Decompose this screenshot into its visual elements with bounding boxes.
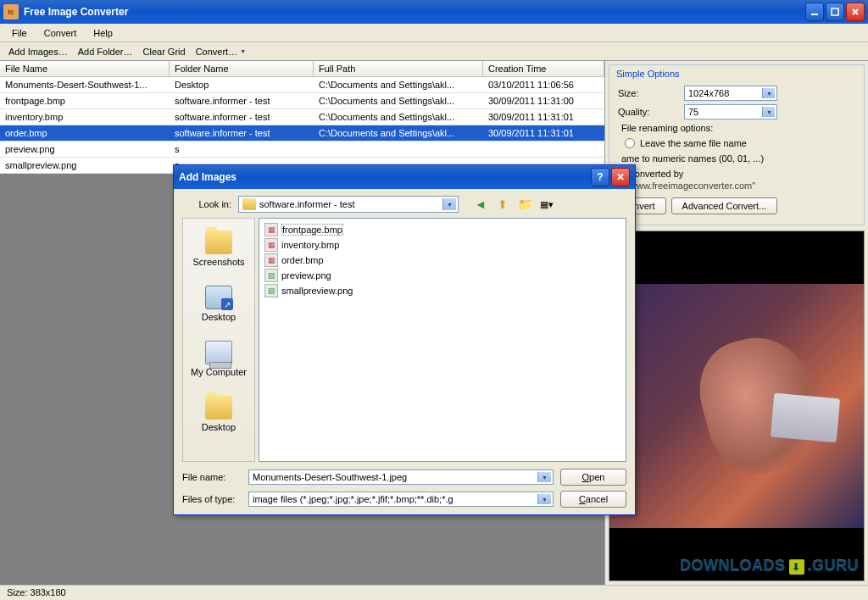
minimize-button[interactable]: [805, 3, 824, 21]
back-icon[interactable]: ◄: [472, 196, 489, 213]
lookin-select[interactable]: software.informer - test ▼: [238, 196, 459, 213]
dialog-help-button[interactable]: ?: [591, 168, 609, 186]
open-button[interactable]: Open: [560, 469, 626, 486]
place-mycomputer[interactable]: My Computer: [187, 337, 250, 381]
file-item[interactable]: ▦inventory.bmp: [263, 237, 622, 253]
cell-folder-name: s: [170, 142, 314, 157]
advanced-convert-button[interactable]: Advanced Convert...: [671, 197, 778, 214]
cell-full-path: C:\Documents and Settings\akl...: [314, 93, 483, 108]
bmp-file-icon: ▦: [264, 253, 278, 267]
cell-creation-time: 30/09/2011 11:31:01: [483, 109, 604, 125]
tool-add-images[interactable]: Add Images…: [3, 44, 73, 59]
cell-folder-name: software.informer - test: [170, 109, 314, 125]
table-row[interactable]: order.bmpsoftware.informer - testC:\Docu…: [0, 125, 604, 142]
status-bar: Size: 383x180: [0, 585, 868, 600]
file-name: order.bmp: [281, 255, 324, 265]
cell-file-name: smallpreview.png: [0, 158, 170, 173]
watermark-text1: DOWNLOADS: [680, 558, 786, 575]
filename-label: File name:: [182, 472, 242, 482]
file-item[interactable]: ▦order.bmp: [263, 253, 622, 268]
dialog-close-button[interactable]: ✕: [611, 168, 630, 186]
desktop-icon: [205, 286, 232, 309]
file-item[interactable]: ▨preview.png: [263, 268, 622, 283]
dialog-title-bar[interactable]: Add Images ? ✕: [174, 165, 635, 189]
quality-label: Quality:: [618, 107, 677, 117]
radio-same-label: Leave the same file name: [640, 138, 747, 148]
cell-creation-time: 03/10/2011 11:06:56: [483, 77, 604, 92]
cell-folder-name: software.informer - test: [170, 93, 314, 108]
dropdown-arrow-icon[interactable]: ▼: [442, 198, 456, 210]
simple-options-panel: Simple Options Size: 1024x768 Quality: 7…: [609, 64, 865, 225]
file-name: inventory.bmp: [281, 240, 339, 250]
place-label: Desktop: [202, 312, 236, 322]
app-icon: Ic: [3, 4, 19, 19]
table-row[interactable]: Monuments-Desert-Southwest-1...DesktopC:…: [0, 77, 604, 93]
close-button[interactable]: [846, 3, 865, 21]
filetype-value: image files (*.jpeg;*.jpg;*.jpe;*.jfif;*…: [253, 494, 453, 504]
lookin-label: Look in:: [182, 199, 231, 209]
grid-header: File Name Folder Name Full Path Creation…: [0, 61, 604, 77]
status-size: Size: 383x180: [7, 587, 66, 597]
tool-clear-grid[interactable]: Clear Grid: [138, 44, 191, 59]
cell-folder-name: Desktop: [170, 77, 314, 92]
options-title: Simple Options: [613, 69, 860, 82]
title-bar: Ic Free Image Converter: [0, 0, 868, 24]
png-file-icon: ▨: [264, 269, 278, 282]
place-label: Screenshots: [192, 257, 244, 267]
rename-label: File renaming options:: [621, 123, 852, 133]
cell-full-path: C:\Documents and Settings\akl...: [314, 125, 483, 141]
dropdown-arrow-icon[interactable]: ▼: [537, 472, 551, 482]
watermark: DOWNLOADS ⬇ .GURU: [680, 558, 859, 575]
filetype-label: Files of type:: [182, 494, 242, 504]
folder-icon: [242, 198, 256, 210]
col-full-path[interactable]: Full Path: [314, 61, 483, 76]
place-screenshots[interactable]: Screenshots: [189, 227, 248, 270]
menu-help[interactable]: Help: [85, 25, 121, 41]
preview-area: DOWNLOADS ⬇ .GURU: [609, 231, 865, 581]
up-icon[interactable]: ⬆: [494, 196, 511, 213]
maximize-button[interactable]: [826, 3, 844, 21]
table-row[interactable]: inventory.bmpsoftware.informer - testC:\…: [0, 109, 604, 125]
dropdown-arrow-icon: ▼: [240, 48, 246, 54]
size-select[interactable]: 1024x768: [684, 86, 777, 101]
size-label: Size:: [618, 88, 677, 98]
cell-full-path: C:\Documents and Settings\akl...: [314, 109, 483, 125]
table-row[interactable]: preview.pngs: [0, 142, 604, 158]
table-row[interactable]: frontpage.bmpsoftware.informer - testC:\…: [0, 93, 604, 109]
radio-numeric-label: ame to numeric names (00, 01, ...): [621, 153, 852, 164]
place-desktop2[interactable]: Desktop: [198, 392, 239, 436]
cancel-button[interactable]: Cancel: [560, 491, 626, 508]
file-name: preview.png: [281, 270, 331, 281]
file-item[interactable]: ▦frontpage.bmp: [263, 222, 622, 237]
computer-icon: [205, 341, 232, 364]
file-name: smallpreview.png: [281, 286, 353, 296]
cell-folder-name: software.informer - test: [170, 125, 314, 141]
dropdown-arrow-icon[interactable]: ▼: [537, 494, 551, 504]
converted-by-url: www.freeimageconverter.com": [630, 181, 843, 191]
place-desktop[interactable]: Desktop: [198, 282, 239, 325]
new-folder-icon[interactable]: 📁: [516, 196, 533, 213]
place-label: Desktop: [202, 422, 236, 432]
tool-convert[interactable]: Convert…▼: [191, 44, 251, 59]
radio-icon: [625, 138, 635, 148]
folder-icon: [205, 231, 232, 254]
radio-same-name[interactable]: Leave the same file name: [625, 138, 849, 148]
png-file-icon: ▨: [264, 284, 278, 297]
col-folder-name[interactable]: Folder Name: [170, 61, 314, 76]
watermark-text2: .GURU: [808, 558, 860, 575]
cell-creation-time: [483, 142, 604, 157]
col-creation-time[interactable]: Creation Time: [483, 61, 604, 76]
view-menu-icon[interactable]: ▦▾: [538, 196, 555, 213]
preview-image: [609, 284, 864, 528]
menu-convert[interactable]: Convert: [36, 25, 86, 41]
file-list[interactable]: ▦frontpage.bmp▦inventory.bmp▦order.bmp▨p…: [259, 218, 626, 462]
col-file-name[interactable]: File Name: [0, 61, 170, 76]
menu-file[interactable]: File: [3, 25, 36, 41]
file-item[interactable]: ▨smallpreview.png: [263, 283, 622, 298]
places-bar: Screenshots Desktop My Computer Desktop: [182, 218, 255, 462]
filetype-select[interactable]: image files (*.jpeg;*.jpg;*.jpe;*.jfif;*…: [248, 492, 554, 507]
quality-select[interactable]: 75: [684, 104, 777, 119]
tool-add-folder[interactable]: Add Folder…: [73, 44, 138, 59]
file-grid: File Name Folder Name Full Path Creation…: [0, 61, 604, 174]
filename-input[interactable]: Monuments-Desert-Southwest-1.jpeg ▼: [248, 469, 554, 485]
